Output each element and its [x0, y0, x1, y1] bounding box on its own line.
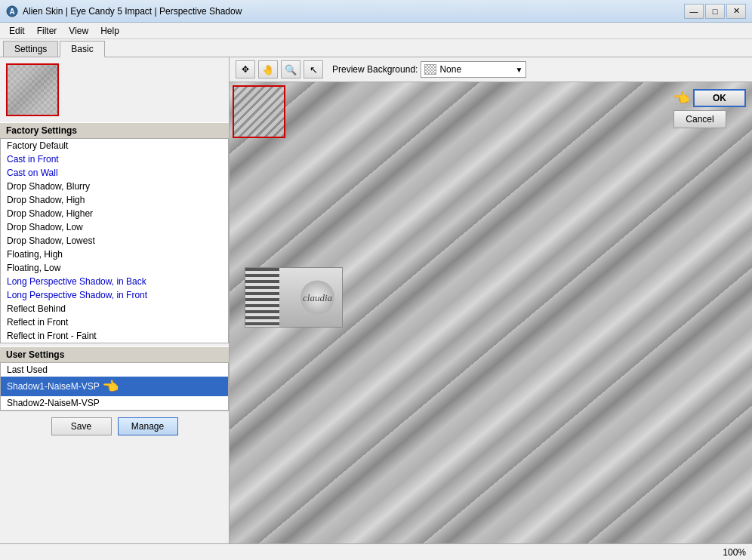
preview-logo: claudia	[245, 267, 343, 328]
user-settings-section: User Settings Last Used Shadow1-NaiseM-V…	[0, 346, 229, 411]
list-item[interactable]: Reflect in Front - Faint	[1, 329, 228, 343]
list-item[interactable]: Cast on Wall	[1, 166, 228, 180]
hand-pointer-icon: 👉	[103, 378, 119, 395]
list-item[interactable]: Factory Default	[1, 139, 228, 152]
list-item[interactable]: Floating, Low	[1, 261, 228, 275]
app-icon: A	[6, 5, 18, 17]
close-button[interactable]: ✕	[726, 4, 746, 19]
list-item[interactable]: Drop Shadow, High	[1, 193, 228, 207]
list-item-last-used[interactable]: Last Used	[1, 363, 228, 377]
list-item[interactable]: Drop Shadow, Lowest	[1, 234, 228, 248]
preview-background-dropdown[interactable]: None ▼	[421, 61, 526, 78]
ok-cancel-area: 👉 OK Cancel	[673, 89, 746, 128]
list-item[interactable]: Drop Shadow, Low	[1, 220, 228, 234]
menu-bar: Edit Filter View Help	[0, 23, 752, 39]
list-item-shadow2[interactable]: Shadow2-NaiseM-VSP	[1, 396, 228, 410]
list-item[interactable]: Reflect in Front	[1, 315, 228, 329]
canvas-area[interactable]: claudia	[230, 82, 752, 543]
preview-thumbnail	[6, 63, 59, 116]
user-settings-header: User Settings	[0, 346, 229, 363]
factory-settings-header: Factory Settings	[0, 122, 229, 139]
bottom-buttons: Save Manage	[0, 411, 229, 442]
user-settings-list[interactable]: Last Used Shadow1-NaiseM-VSP 👉 Shadow2-N…	[0, 363, 229, 411]
list-item[interactable]: Floating, High	[1, 248, 228, 261]
hand-icon: 🤚	[262, 64, 274, 75]
left-panel: Factory Settings Factory Default Cast in…	[0, 57, 230, 543]
save-button[interactable]: Save	[51, 417, 112, 435]
thumbnail-image	[8, 65, 57, 115]
minimize-button[interactable]: —	[684, 4, 704, 19]
ok-button[interactable]: OK	[693, 89, 746, 107]
thumbnail-area	[0, 57, 229, 122]
pointer-icon: ↖	[310, 64, 318, 75]
list-item[interactable]: Cast in Front	[1, 152, 228, 166]
thumbnail-stripes	[234, 87, 284, 137]
window-controls: — □ ✕	[684, 4, 746, 19]
window-title: Alien Skin | Eye Candy 5 Impact | Perspe…	[23, 6, 684, 17]
status-bar: 100%	[0, 543, 752, 560]
logo-text: claudia	[303, 291, 332, 303]
menu-filter[interactable]: Filter	[31, 24, 63, 38]
pointer-tool-button[interactable]: ↖	[304, 60, 323, 78]
title-bar: A Alien Skin | Eye Candy 5 Impact | Pers…	[0, 0, 752, 23]
ok-hand-icon: 👉	[673, 90, 690, 106]
zoom-icon: 🔍	[285, 64, 297, 75]
main-area: Factory Settings Factory Default Cast in…	[0, 57, 752, 543]
zoom-tool-button[interactable]: 🔍	[281, 60, 300, 78]
preview-thumbnail-overlay	[233, 85, 285, 138]
cancel-button[interactable]: Cancel	[673, 110, 726, 128]
right-panel: ✥ 🤚 🔍 ↖ Preview Background: None ▼ 👉	[230, 57, 752, 543]
logo-stripes	[245, 268, 279, 327]
selected-background: None	[439, 64, 461, 75]
maximize-button[interactable]: □	[705, 4, 725, 19]
tab-basic[interactable]: Basic	[60, 41, 104, 57]
zoom-level: 100%	[723, 547, 746, 558]
factory-settings-section: Factory Settings Factory Default Cast in…	[0, 122, 229, 343]
logo-circle: claudia	[300, 281, 334, 315]
preview-background-label: Preview Background:	[332, 64, 418, 75]
hand-tool-button[interactable]: 🤚	[258, 60, 278, 78]
list-item[interactable]: Long Perspective Shadow, in Back	[1, 275, 228, 288]
move-tool-button[interactable]: ✥	[236, 60, 255, 78]
checker-icon	[424, 64, 436, 75]
tab-settings[interactable]: Settings	[3, 41, 58, 57]
list-item[interactable]: Reflect Behind	[1, 302, 228, 315]
menu-edit[interactable]: Edit	[3, 24, 31, 38]
list-item-shadow1[interactable]: Shadow1-NaiseM-VSP 👉	[1, 377, 228, 396]
list-item[interactable]: Drop Shadow, Higher	[1, 207, 228, 220]
tabs-bar: Settings Basic	[0, 39, 752, 57]
menu-help[interactable]: Help	[94, 24, 125, 38]
list-item[interactable]: Drop Shadow, Blurry	[1, 180, 228, 193]
preview-toolbar: ✥ 🤚 🔍 ↖ Preview Background: None ▼	[230, 57, 752, 82]
move-icon: ✥	[242, 64, 249, 75]
manage-button[interactable]: Manage	[118, 417, 178, 435]
svg-text:A: A	[9, 8, 14, 16]
dropdown-arrow-icon: ▼	[515, 66, 522, 74]
menu-view[interactable]: View	[63, 24, 94, 38]
list-item[interactable]: Long Perspective Shadow, in Front	[1, 288, 228, 302]
factory-settings-list[interactable]: Factory Default Cast in Front Cast on Wa…	[0, 139, 229, 343]
